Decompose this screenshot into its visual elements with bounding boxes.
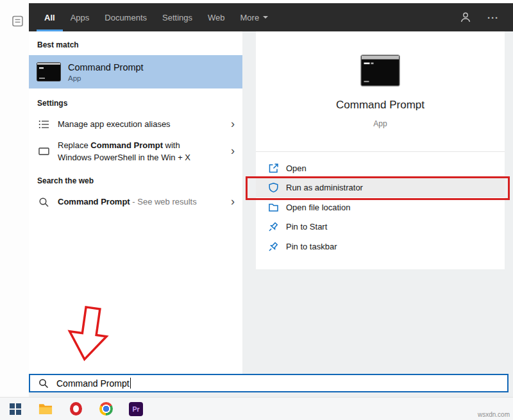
tab-more[interactable]: More: [233, 3, 276, 31]
chrome-icon[interactable]: [99, 401, 113, 417]
premiere-icon[interactable]: Pr: [129, 401, 143, 417]
folder-icon: [267, 202, 279, 213]
chevron-right-icon: ›: [231, 118, 235, 131]
settings-section-header: Settings: [29, 88, 242, 113]
pin-icon: [267, 221, 279, 232]
action-label: Pin to Start: [286, 222, 327, 231]
page-left-margin: [0, 0, 29, 397]
action-list: Open Run as administrator Open file loca…: [256, 152, 505, 256]
best-match-header: Best match: [29, 31, 242, 55]
action-pin-to-start[interactable]: Pin to Start: [256, 217, 505, 237]
action-label: Pin to taskbar: [286, 242, 337, 251]
search-results-panel: Best match Command Prompt App Settings: [29, 31, 242, 374]
chevron-right-icon: ›: [231, 145, 235, 158]
search-filter-bar: All Apps Documents Settings Web More ···: [29, 3, 513, 31]
tab-all[interactable]: All: [37, 3, 63, 31]
action-label: Open file location: [286, 203, 350, 212]
action-pin-to-taskbar[interactable]: Pin to taskbar: [256, 237, 505, 256]
detail-icon-wrap: [256, 55, 505, 87]
settings-result-label: Manage app execution aliases: [58, 118, 231, 131]
best-match-subtitle: App: [68, 74, 144, 82]
search-query-text: Command Prompt: [56, 378, 130, 389]
web-result-suffix: - See web results: [130, 197, 197, 206]
dropdown-arrow-icon: [263, 16, 268, 19]
windows-logo-icon: [10, 403, 21, 415]
shield-icon: [267, 182, 279, 193]
label-prefix: Replace: [58, 140, 90, 150]
command-prompt-icon-large: [360, 55, 400, 87]
web-search-result[interactable]: Command Prompt - See web results ›: [29, 191, 242, 213]
start-button[interactable]: [8, 401, 22, 417]
premiere-label: Pr: [132, 405, 139, 413]
web-section-header: Search the web: [29, 166, 242, 191]
detail-subtitle: App: [256, 119, 505, 128]
tab-list: All Apps Documents Settings Web More: [29, 3, 276, 31]
taskbar: Pr: [0, 397, 513, 420]
action-label: Open: [286, 164, 307, 173]
window-icon: [38, 146, 49, 156]
open-icon: [267, 163, 279, 174]
label-suffix: with: [163, 140, 180, 150]
command-prompt-icon: [37, 62, 61, 81]
action-open-file-location[interactable]: Open file location: [256, 197, 505, 217]
topbar-actions: ···: [459, 11, 513, 24]
web-result-query: Command Prompt: [58, 197, 130, 206]
opera-icon[interactable]: [69, 401, 83, 417]
action-run-as-administrator[interactable]: Run as administrator: [256, 178, 505, 198]
tab-documents[interactable]: Documents: [97, 3, 155, 31]
search-icon: [38, 197, 49, 208]
result-detail-panel: Command Prompt App Open Run: [256, 31, 505, 269]
tab-more-label: More: [240, 13, 260, 22]
chevron-right-icon: ›: [231, 196, 235, 208]
web-result-label: Command Prompt - See web results: [58, 196, 231, 208]
tab-web[interactable]: Web: [200, 3, 233, 31]
label-match: Command Prompt: [90, 140, 163, 150]
sign-in-icon[interactable]: [459, 11, 472, 24]
text-cursor: [130, 378, 131, 389]
action-label: Run as administrator: [286, 183, 363, 192]
best-match-text: Command Prompt App: [68, 62, 144, 82]
tab-settings[interactable]: Settings: [155, 3, 200, 31]
label-line2: Windows PowerShell in the Win + X: [58, 153, 190, 162]
more-options-icon[interactable]: ···: [487, 12, 499, 23]
watermark: wsxdn.com: [478, 411, 510, 418]
file-explorer-icon[interactable]: [38, 401, 53, 417]
detail-title: Command Prompt: [256, 99, 505, 112]
list-icon: [38, 119, 49, 130]
tab-apps[interactable]: Apps: [63, 3, 97, 31]
best-match-result[interactable]: Command Prompt App: [29, 55, 242, 88]
pin-icon: [267, 241, 279, 252]
search-icon: [38, 378, 49, 389]
settings-result-label: Replace Command Prompt withWindows Power…: [58, 139, 231, 164]
notes-icon[interactable]: [12, 15, 24, 27]
best-match-title: Command Prompt: [68, 62, 144, 72]
windows-search-screen: All Apps Documents Settings Web More ···…: [0, 0, 513, 420]
settings-result-replace[interactable]: Replace Command Prompt withWindows Power…: [29, 135, 242, 166]
search-input[interactable]: Command Prompt: [29, 374, 509, 392]
action-open[interactable]: Open: [256, 158, 505, 178]
settings-result-aliases[interactable]: Manage app execution aliases ›: [29, 113, 242, 135]
